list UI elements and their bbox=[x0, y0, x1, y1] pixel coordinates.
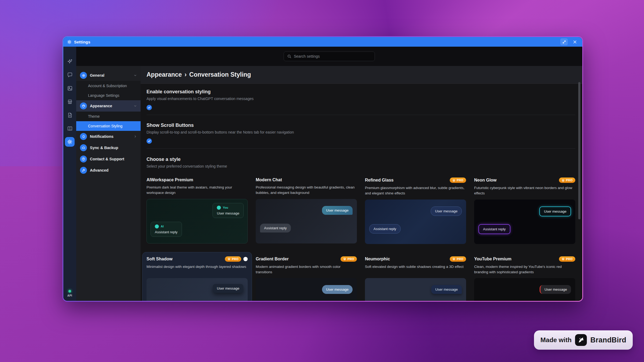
appearance-subgroup: Theme Conversation Styling bbox=[76, 112, 141, 131]
theme-preview: User message Assistant reply bbox=[365, 200, 466, 244]
theme-name: Neumorphic bbox=[365, 257, 448, 261]
search-strip bbox=[76, 47, 582, 66]
settings-window: Settings bbox=[63, 36, 583, 302]
theme-card-neon-glow[interactable]: Neon Glow PRO Futuristic cyberpunk style… bbox=[474, 178, 575, 244]
sidebar-item-sync-backup[interactable]: Sync & Backup bbox=[76, 142, 141, 153]
theme-card-gradient-border[interactable]: Gradient Border PRO Modern animated grad… bbox=[256, 256, 357, 301]
setting-title: Show Scroll Buttons bbox=[147, 123, 575, 128]
user-message-bubble: User message bbox=[431, 285, 462, 294]
theme-name: YouTube Premium bbox=[474, 257, 557, 261]
brandbird-logo-icon bbox=[575, 334, 587, 346]
theme-preview: User message Assistant reply bbox=[474, 200, 575, 244]
theme-description: Futuristic cyberpunk style with vibrant … bbox=[474, 185, 575, 196]
avatar-name: AI bbox=[161, 225, 164, 228]
user-avatar bbox=[217, 206, 221, 210]
sidebar-item-account-subscription[interactable]: Account & Subscription bbox=[76, 81, 141, 91]
theme-grid: AIWorkspace Premium Premium dark teal th… bbox=[147, 178, 575, 301]
sidebar-item-conversation-styling[interactable]: Conversation Styling bbox=[76, 121, 141, 131]
close-button[interactable] bbox=[571, 38, 579, 45]
bubble-text: User message bbox=[217, 211, 239, 215]
palette-icon bbox=[80, 102, 87, 109]
settings-gear-icon bbox=[67, 40, 72, 44]
enable-styling-checkbox[interactable] bbox=[147, 105, 152, 110]
store-icon[interactable] bbox=[67, 99, 73, 105]
setting-enable-conversation-styling: Enable conversation styling Apply visual… bbox=[147, 89, 575, 115]
sidebar-item-label: Contact & Support bbox=[90, 157, 137, 161]
settings-sidebar: General Account & Subscription Language … bbox=[76, 66, 141, 301]
layers-icon bbox=[562, 257, 565, 260]
general-subgroup: Account & Subscription Language Settings bbox=[76, 81, 141, 100]
chevron-down-icon bbox=[134, 104, 137, 108]
setting-title: Enable conversation styling bbox=[147, 89, 575, 95]
search-box[interactable] bbox=[284, 51, 375, 61]
avatar-name: You bbox=[223, 206, 228, 209]
api-status-dot bbox=[68, 290, 71, 293]
chevron-down-icon bbox=[134, 74, 137, 77]
theme-description: Minimalist design with elegant depth thr… bbox=[147, 264, 248, 275]
sidebar-item-general[interactable]: General bbox=[76, 70, 141, 81]
pro-badge: PRO bbox=[450, 256, 466, 262]
divider bbox=[147, 148, 575, 149]
theme-preview: User message Assistant reply bbox=[256, 199, 357, 243]
user-message-bubble: User message bbox=[540, 285, 571, 294]
theme-name: Gradient Border bbox=[256, 257, 338, 261]
sidebar-item-advanced[interactable]: Advanced bbox=[76, 165, 141, 176]
sidebar-item-label: Notifications bbox=[90, 134, 131, 139]
image-icon[interactable] bbox=[67, 85, 73, 91]
theme-card-refined-glass[interactable]: Refined Glass PRO Premium glassmorphism … bbox=[365, 178, 466, 244]
ai-avatar bbox=[155, 224, 159, 228]
setting-show-scroll-buttons: Show Scroll Buttons Display scroll-to-to… bbox=[147, 123, 575, 149]
section-title: Choose a style bbox=[147, 157, 575, 162]
setting-description: Display scroll-to-top and scroll-to-bott… bbox=[147, 130, 575, 134]
setting-description: Apply visual enhancements to ChatGPT con… bbox=[147, 97, 575, 101]
api-status-label: API bbox=[67, 294, 72, 297]
pro-label: PRO bbox=[347, 257, 354, 261]
bubble-text: Assistant reply bbox=[155, 230, 178, 234]
expand-button[interactable] bbox=[560, 38, 568, 45]
selected-indicator bbox=[243, 257, 248, 261]
document-icon[interactable] bbox=[67, 112, 73, 118]
theme-card-soft-shadow[interactable]: Soft Shadow PRO Minimalist design with e… bbox=[142, 252, 252, 301]
theme-card-aiworkspace-premium[interactable]: AIWorkspace Premium Premium dark teal th… bbox=[147, 178, 248, 244]
pro-badge: PRO bbox=[225, 256, 241, 262]
brandbird-badge: Made with BrandBird bbox=[534, 330, 633, 350]
sidebar-item-appearance[interactable]: Appearance bbox=[76, 100, 141, 112]
layers-icon bbox=[562, 179, 565, 182]
sidebar-item-contact-support[interactable]: Contact & Support bbox=[76, 153, 141, 165]
theme-description: Soft elevated design with subtle shadows… bbox=[365, 264, 466, 275]
user-message-bubble: User message bbox=[322, 206, 353, 215]
assistant-reply-bubble: Assistant reply bbox=[369, 224, 401, 234]
search-input[interactable] bbox=[294, 54, 371, 58]
search-icon bbox=[287, 54, 291, 58]
pro-label: PRO bbox=[457, 179, 463, 182]
settings-rail-icon[interactable] bbox=[65, 137, 75, 147]
content-pane: Appearance › Conversation Styling Enable… bbox=[141, 66, 582, 301]
chevron-right-icon bbox=[134, 135, 137, 138]
assistant-reply-bubble: Assistant reply bbox=[260, 224, 291, 232]
chat-icon[interactable] bbox=[67, 72, 73, 78]
page-title: Conversation Styling bbox=[189, 71, 251, 78]
theme-card-youtube-premium[interactable]: YouTube Premium PRO Clean, modern theme … bbox=[474, 256, 575, 301]
theme-description: Clean, modern theme inspired by YouTube'… bbox=[474, 264, 575, 275]
sparkles-icon[interactable] bbox=[67, 58, 73, 64]
user-message-bubble: User message bbox=[213, 284, 243, 293]
show-scroll-buttons-checkbox[interactable] bbox=[147, 138, 152, 144]
sidebar-item-notifications[interactable]: Notifications bbox=[76, 131, 141, 142]
theme-card-modern-chat[interactable]: Modern Chat Professional messaging desig… bbox=[256, 178, 357, 244]
sidebar-item-label: Appearance bbox=[90, 104, 131, 108]
brandbird-label: BrandBird bbox=[590, 336, 626, 344]
breadcrumb-separator: › bbox=[185, 71, 187, 78]
book-icon[interactable] bbox=[67, 125, 73, 131]
theme-preview: You User message AI Assistant reply bbox=[147, 199, 248, 243]
sidebar-item-label: Sync & Backup bbox=[90, 146, 137, 150]
theme-description: Premium glassmorphism with advanced blur… bbox=[365, 185, 466, 196]
user-message-bubble: User message bbox=[539, 206, 571, 216]
theme-description: Premium dark teal theme with avatars, ma… bbox=[147, 185, 248, 196]
user-message-bubble: User message bbox=[431, 206, 462, 216]
theme-card-neumorphic[interactable]: Neumorphic PRO Soft elevated design with… bbox=[365, 256, 466, 301]
content-scrollbar[interactable] bbox=[578, 82, 580, 219]
sidebar-item-language-settings[interactable]: Language Settings bbox=[76, 91, 141, 100]
gear-icon bbox=[80, 72, 87, 79]
sidebar-item-theme[interactable]: Theme bbox=[76, 112, 141, 121]
help-icon bbox=[80, 156, 87, 162]
